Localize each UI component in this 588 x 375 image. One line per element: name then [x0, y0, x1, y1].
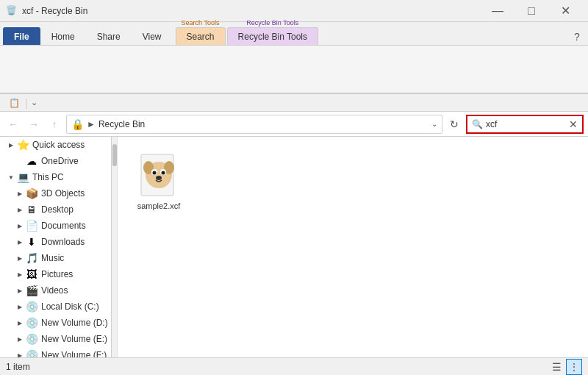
item-icon: 🎬 — [25, 284, 38, 297]
item-label: Desktop — [41, 204, 74, 215]
item-label: Local Disk (C:) — [41, 301, 99, 312]
expand-arrow: ▼ — [6, 174, 16, 181]
refresh-button[interactable]: ↻ — [445, 115, 463, 133]
item-label: Pictures — [41, 269, 73, 279]
window-icon: 🗑️ — [6, 5, 18, 17]
item-icon: 📦 — [25, 187, 38, 200]
sidebar-item-quick-access[interactable]: ▶⭐Quick access — [0, 137, 111, 153]
sidebar-scrollbar[interactable] — [111, 137, 117, 357]
clear-search-icon[interactable]: ✕ — [569, 118, 578, 130]
sidebar-item-documents[interactable]: ▶📄Documents — [0, 218, 111, 234]
sidebar-item-local-disk-c[interactable]: ▶💿Local Disk (C:) — [0, 299, 111, 315]
item-icon: 💿 — [25, 300, 38, 313]
tab-home[interactable]: Home — [40, 27, 86, 45]
sidebar-item-volume-d[interactable]: ▶💿New Volume (D:) — [0, 315, 111, 331]
qa-dropdown-arrow[interactable]: ⌄ — [31, 98, 37, 107]
tab-view[interactable]: View — [132, 27, 173, 45]
back-button[interactable]: ← — [4, 115, 22, 133]
sidebar-item-onedrive[interactable]: ☁OneDrive — [0, 153, 111, 169]
item-icon: ⭐ — [16, 138, 29, 151]
view-details-button[interactable]: ☰ — [548, 359, 564, 375]
file-name: sample2.xcf — [137, 201, 181, 210]
path-text: Recycle Bin — [98, 119, 429, 129]
expand-arrow: ▶ — [15, 320, 25, 326]
recycle-tools-group-label: Recycle Bin Tools — [246, 19, 298, 26]
expand-arrow: ▶ — [15, 223, 25, 229]
sidebar: ▶⭐Quick access☁OneDrive▼💻This PC▶📦3D Obj… — [0, 137, 118, 357]
item-label: Music — [41, 253, 64, 263]
ribbon-content — [0, 46, 588, 94]
sidebar-item-3d-objects[interactable]: ▶📦3D Objects — [0, 185, 111, 201]
item-icon: ☁ — [25, 154, 38, 168]
sidebar-item-volume-e[interactable]: ▶💿New Volume (E:) — [0, 331, 111, 347]
item-icon: 🖥 — [25, 203, 38, 216]
close-button[interactable]: ✕ — [548, 0, 582, 22]
tab-file[interactable]: File — [3, 27, 40, 45]
qa-separator: | — [25, 97, 28, 109]
address-bar: ← → ↑ 🔒 ► Recycle Bin ⌄ ↻ 🔍 ✕ — [0, 112, 588, 137]
gimp-file-icon — [135, 151, 182, 199]
expand-arrow: ▶ — [6, 142, 16, 149]
file-area: sample2.xcf — [118, 137, 588, 357]
item-label: Videos — [41, 285, 68, 296]
item-icon: 💿 — [25, 349, 38, 357]
svg-point-7 — [162, 171, 165, 175]
expand-arrow: ▶ — [15, 304, 25, 310]
file-item[interactable]: sample2.xcf — [129, 149, 188, 213]
status-count: 1 item — [6, 362, 548, 372]
sidebar-item-desktop[interactable]: ▶🖥Desktop — [0, 201, 111, 218]
expand-arrow: ▶ — [15, 288, 25, 294]
quick-access-bar: 📋 | ⌄ — [0, 94, 588, 112]
item-icon: ⬇ — [25, 235, 38, 249]
item-icon: 💿 — [25, 332, 38, 346]
item-label: This PC — [32, 172, 64, 182]
up-button[interactable]: ↑ — [46, 115, 63, 133]
address-path[interactable]: 🔒 ► Recycle Bin ⌄ — [66, 115, 442, 134]
forward-button[interactable]: → — [25, 115, 43, 133]
sidebar-item-downloads[interactable]: ▶⬇Downloads — [0, 234, 111, 250]
main-content: ▶⭐Quick access☁OneDrive▼💻This PC▶📦3D Obj… — [0, 137, 588, 357]
file-thumbnail — [135, 151, 182, 199]
item-icon: 💻 — [16, 171, 29, 184]
item-label: Quick access — [32, 140, 85, 150]
sidebar-item-music[interactable]: ▶🎵Music — [0, 250, 111, 266]
item-label: New Volume (D:) — [41, 318, 108, 328]
item-label: OneDrive — [41, 156, 79, 166]
breadcrumb-separator: ► — [87, 119, 96, 129]
svg-point-6 — [153, 171, 157, 175]
sidebar-item-videos[interactable]: ▶🎬Videos — [0, 282, 111, 299]
view-buttons: ☰ ⋮ — [548, 359, 582, 375]
help-button[interactable]: ? — [569, 29, 585, 45]
window-title: xcf - Recycle Bin — [22, 6, 481, 16]
tab-recycle[interactable]: Recycle Bin Tools — [227, 27, 319, 45]
sidebar-item-this-pc[interactable]: ▼💻This PC — [0, 169, 111, 185]
item-label: Documents — [41, 221, 86, 231]
tab-share[interactable]: Share — [86, 27, 132, 45]
expand-arrow: ▶ — [15, 271, 25, 278]
sidebar-inner: ▶⭐Quick access☁OneDrive▼💻This PC▶📦3D Obj… — [0, 137, 111, 357]
search-icon: 🔍 — [472, 119, 483, 129]
qa-properties-button[interactable]: 📋 — [6, 95, 22, 111]
tab-search[interactable]: Search — [176, 27, 226, 45]
path-icon: 🔒 — [71, 118, 84, 130]
expand-arrow: ▶ — [15, 239, 25, 246]
search-box[interactable]: 🔍 ✕ — [466, 115, 584, 134]
address-dropdown-arrow[interactable]: ⌄ — [431, 120, 437, 128]
item-icon: 📄 — [25, 219, 38, 232]
svg-point-8 — [156, 176, 162, 180]
expand-arrow: ▶ — [15, 207, 25, 213]
title-controls: — □ ✕ — [481, 0, 582, 22]
sidebar-item-pictures[interactable]: ▶🖼Pictures — [0, 266, 111, 282]
maximize-button[interactable]: □ — [514, 0, 548, 22]
expand-arrow: ▶ — [15, 352, 25, 358]
sidebar-item-volume-f[interactable]: ▶💿New Volume (F:) — [0, 347, 111, 357]
status-bar: 1 item ☰ ⋮ — [0, 357, 588, 375]
view-tiles-button[interactable]: ⋮ — [566, 359, 582, 375]
ribbon-tabs: File Home Share View Search Tools Search… — [0, 22, 588, 46]
sidebar-scrollbar-thumb[interactable] — [112, 144, 117, 166]
quick-access-toolbar — [6, 46, 582, 93]
minimize-button[interactable]: — — [481, 0, 514, 22]
search-input[interactable] — [486, 119, 569, 129]
expand-arrow: ▶ — [15, 190, 25, 197]
item-label: Downloads — [41, 237, 85, 247]
